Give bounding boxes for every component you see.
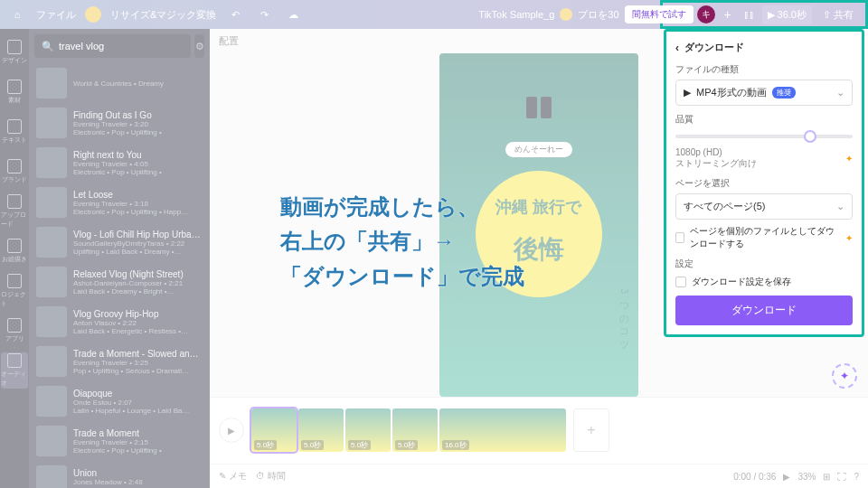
ai-fab-button[interactable]: ✦ [832,363,857,389]
avatar[interactable]: キ [697,5,715,23]
resize-menu[interactable]: リサイズ&マジック変換 [110,8,216,22]
try-free-button[interactable]: 間無料で試す [625,5,693,23]
track-item[interactable]: OiapoqueOnde Estou • 2:07Latin • Hopeful… [29,381,210,421]
sidebar-item-draw[interactable]: お絵描き [1,233,28,269]
memo-button[interactable]: ✎ メモ [219,470,247,483]
track-item[interactable]: Relaxed Vlog (Night Street)Ashot-Daniely… [29,262,210,302]
track-thumb [36,227,67,258]
search-icon: 🔍 [42,41,54,52]
download-button[interactable]: ダウンロード [675,296,853,325]
clip[interactable]: 5.0秒 [251,408,297,452]
track-artist: Evening Traveler • 3:18 [73,200,203,208]
play-icon[interactable]: ▶ [783,472,790,482]
track-thumb [36,306,67,337]
star-icon: ✦ [845,154,853,164]
filetype-label: ファイルの種類 [675,63,853,76]
download-panel: ‹ ダウンロード ファイルの種類 ▶ MP4形式の動画 推奨 ⌄ 品質 1080… [664,29,864,337]
track-item[interactable]: Vlog - Lofi Chill Hip Hop Urban ...Sound… [29,222,210,262]
add-member-button[interactable]: + [719,5,737,23]
grid-icon[interactable]: ⊞ [823,472,830,482]
track-thumb [36,386,67,417]
quality-sub: ストリーミング向け [675,157,757,170]
track-tags: Uplifting • Laid Back • Dreamy •… [73,248,203,256]
separate-checkbox[interactable] [675,232,684,243]
clip[interactable]: 5.0秒 [298,408,344,452]
quality-label: 品質 [675,113,853,126]
track-item[interactable]: Vlog Groovy Hip-HopAnton Vlasov • 2:22La… [29,302,210,342]
track-title: Trade a Moment - Slowed and ... [73,349,203,359]
save-settings-label: ダウンロード設定を保存 [692,276,791,288]
track-item[interactable]: Trade a Moment - Slowed and ...Evening T… [29,342,210,381]
search-input[interactable] [59,41,184,52]
help-icon[interactable]: ? [854,472,859,482]
download-title: ダウンロード [684,41,744,54]
back-button[interactable]: ‹ [675,42,679,54]
home-icon[interactable]: ⌂ [7,5,27,24]
sidebar-item-audio[interactable]: オーディオ [1,352,28,389]
recommended-badge: 推奨 [772,87,796,99]
pages-select[interactable]: すべてのページ(5) ⌄ [675,193,853,220]
project-title[interactable]: TikTok Sample_g [478,9,554,20]
save-settings-checkbox[interactable] [675,277,686,287]
left-rail: デザイン 素材 テキスト ブランド アップロード お絵描き ロジェクト アプリ … [0,29,29,488]
duration-button[interactable]: ▶ 36.0秒 [762,5,812,24]
track-thumb [36,346,67,377]
track-tags: Electronic • Pop • Uplifting • [73,168,203,176]
track-artist: SoundGalleryByDmitryTaras • 2:22 [73,239,203,248]
expand-icon[interactable]: ⛶ [837,472,846,482]
track-thumb [36,465,67,488]
track-title: Relaxed Vlog (Night Street) [73,269,203,279]
filter-button[interactable]: ⚙ [194,34,204,58]
undo-icon[interactable]: ↶ [225,5,245,24]
quality-slider[interactable] [675,135,853,138]
track-item[interactable]: Finding Out as I GoEvening Traveler • 3:… [29,103,210,143]
track-item[interactable]: Right next to YouEvening Traveler • 4:05… [29,143,210,183]
track-item[interactable]: World & Countries • Dreamy [29,63,210,103]
clip[interactable]: 5.0秒 [345,408,391,452]
track-artist: Onde Estou • 2:07 [73,399,203,407]
add-clip-button[interactable]: + [573,408,609,452]
sidebar-item-design[interactable]: デザイン [1,34,28,70]
zoom-display[interactable]: 33% [797,472,816,482]
track-item[interactable]: UnionJones Meadow • 2:48Electronica & Da… [29,461,210,488]
play-button[interactable]: ▶ [219,418,244,443]
track-tags: Electronic • Pop • Uplifting • [73,128,203,136]
filetype-select[interactable]: ▶ MP4形式の動画 推奨 ⌄ [675,80,853,106]
pages-label: ページを選択 [675,177,853,190]
track-tags: Laid Back • Dreamy • Bright •… [73,287,203,296]
clip-length: 5.0秒 [301,440,324,450]
topbar: ⌂ ファイル リサイズ&マジック変換 ↶ ↷ ☁ TikTok Sample_g… [0,0,868,29]
sidebar-item-brand[interactable]: ブランド [1,154,28,190]
pro-label: プロを30 [578,8,618,22]
duration-toggle[interactable]: ⏱ 時間 [256,470,286,483]
clip[interactable]: 5.0秒 [392,408,438,452]
sidebar-item-text[interactable]: テキスト [1,114,28,150]
track-tags: Latin • Hopeful • Lounge • Laid Ba… [73,407,203,415]
track-artist: Evening Traveler • 2:15 [73,438,203,446]
sidebar-item-elements[interactable]: 素材 [1,74,28,110]
quality-value: 1080p (HD) [675,147,757,157]
audio-panel: 🔍 ⚙ World & Countries • DreamyFinding Ou… [29,29,210,488]
chevron-down-icon: ⌄ [836,87,844,99]
sidebar-item-projects[interactable]: ロジェクト [1,273,28,309]
track-artist: Ashot-Danielyan-Composer • 2:21 [73,279,203,287]
analytics-icon[interactable]: ⫿⫿ [741,5,759,23]
sidebar-item-apps[interactable]: アプリ [1,313,28,349]
track-thumb [36,426,67,456]
sidebar-item-upload[interactable]: アップロード [1,193,28,230]
redo-icon[interactable]: ↷ [254,5,274,24]
track-item[interactable]: Let LooseEvening Traveler • 3:18Electron… [29,183,210,222]
time-display: 0:00 / 0:36 [733,472,776,482]
track-artist: Evening Traveler • 3:25 [73,359,203,367]
arrange-label: 配置 [219,34,239,48]
track-thumb [36,68,67,99]
video-icon: ▶ [684,87,691,99]
track-tags: Electronic • Pop • Uplifting • [73,446,203,455]
file-menu[interactable]: ファイル [36,8,76,22]
search-box[interactable]: 🔍 [34,34,191,58]
clip[interactable]: 16.0秒 [439,408,566,452]
clip-length: 5.0秒 [348,440,371,450]
share-button[interactable]: ⇧ 共有 [816,5,861,24]
settings-label: 設定 [675,258,853,270]
track-item[interactable]: Trade a MomentEvening Traveler • 2:15Ele… [29,421,210,461]
